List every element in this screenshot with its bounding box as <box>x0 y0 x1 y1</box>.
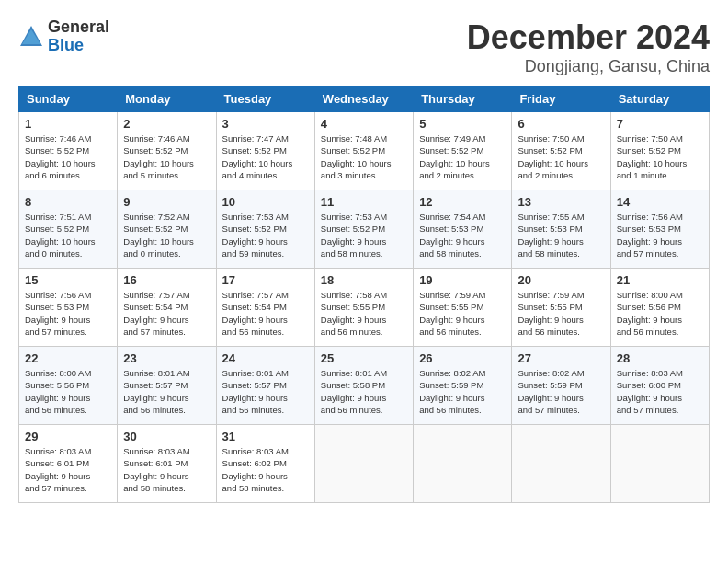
day-info: Sunrise: 7:49 AMSunset: 5:52 PMDaylight:… <box>419 132 506 181</box>
calendar-cell: 2Sunrise: 7:46 AMSunset: 5:52 PMDaylight… <box>118 112 216 190</box>
calendar-cell: 17Sunrise: 7:57 AMSunset: 5:54 PMDayligh… <box>216 269 314 347</box>
day-number: 31 <box>222 430 309 443</box>
svg-marker-1 <box>22 29 40 44</box>
day-info: Sunrise: 7:47 AMSunset: 5:52 PMDaylight:… <box>222 132 309 181</box>
calendar-cell: 16Sunrise: 7:57 AMSunset: 5:54 PMDayligh… <box>118 269 216 347</box>
calendar-cell: 24Sunrise: 8:01 AMSunset: 5:57 PMDayligh… <box>216 347 314 425</box>
day-info: Sunrise: 7:53 AMSunset: 5:52 PMDaylight:… <box>321 211 407 259</box>
logo-icon <box>18 24 44 50</box>
calendar-cell: 18Sunrise: 7:58 AMSunset: 5:55 PMDayligh… <box>314 269 413 347</box>
title-area: December 2024 Dongjiang, Gansu, China <box>467 18 710 76</box>
day-info: Sunrise: 7:56 AMSunset: 5:53 PMDaylight:… <box>25 289 111 338</box>
day-info: Sunrise: 8:01 AMSunset: 5:58 PMDaylight:… <box>321 367 407 416</box>
day-number: 10 <box>222 195 309 209</box>
weekday-header-sunday: Sunday <box>19 86 118 112</box>
calendar-cell: 9Sunrise: 7:52 AMSunset: 5:52 PMDaylight… <box>118 190 216 269</box>
month-title: December 2024 <box>467 18 710 57</box>
logo: General Blue <box>18 18 109 55</box>
logo-blue-label: Blue <box>48 37 109 55</box>
header: General Blue December 2024 Dongjiang, Ga… <box>18 18 710 76</box>
day-info: Sunrise: 7:58 AMSunset: 5:55 PMDaylight:… <box>321 289 407 338</box>
day-info: Sunrise: 7:50 AMSunset: 5:52 PMDaylight:… <box>617 132 703 181</box>
calendar-cell: 6Sunrise: 7:50 AMSunset: 5:52 PMDaylight… <box>512 112 610 190</box>
week-row-3: 15Sunrise: 7:56 AMSunset: 5:53 PMDayligh… <box>19 269 710 347</box>
day-info: Sunrise: 7:52 AMSunset: 5:52 PMDaylight:… <box>123 211 210 259</box>
day-info: Sunrise: 7:50 AMSunset: 5:52 PMDaylight:… <box>518 132 604 181</box>
weekday-header-saturday: Saturday <box>610 86 709 112</box>
day-info: Sunrise: 8:01 AMSunset: 5:57 PMDaylight:… <box>123 367 210 416</box>
day-number: 14 <box>617 195 703 209</box>
day-number: 16 <box>123 273 210 287</box>
calendar-cell: 11Sunrise: 7:53 AMSunset: 5:52 PMDayligh… <box>314 190 413 269</box>
day-info: Sunrise: 7:54 AMSunset: 5:53 PMDaylight:… <box>419 211 506 259</box>
weekday-header-friday: Friday <box>512 86 610 112</box>
day-number: 25 <box>321 351 407 365</box>
calendar-cell: 27Sunrise: 8:02 AMSunset: 5:59 PMDayligh… <box>512 347 610 425</box>
day-number: 23 <box>123 351 210 365</box>
day-info: Sunrise: 8:01 AMSunset: 5:57 PMDaylight:… <box>222 367 309 416</box>
day-number: 5 <box>419 117 506 131</box>
calendar-body: 1Sunrise: 7:46 AMSunset: 5:52 PMDaylight… <box>19 112 710 503</box>
day-number: 22 <box>25 351 111 365</box>
day-info: Sunrise: 7:55 AMSunset: 5:53 PMDaylight:… <box>518 211 604 259</box>
calendar-cell: 28Sunrise: 8:03 AMSunset: 6:00 PMDayligh… <box>610 347 709 425</box>
calendar-cell: 15Sunrise: 7:56 AMSunset: 5:53 PMDayligh… <box>19 269 118 347</box>
day-info: Sunrise: 7:53 AMSunset: 5:52 PMDaylight:… <box>222 211 309 259</box>
day-info: Sunrise: 8:03 AMSunset: 6:02 PMDaylight:… <box>222 445 309 494</box>
calendar-cell <box>314 425 413 503</box>
day-number: 19 <box>419 273 506 287</box>
day-number: 20 <box>518 273 604 287</box>
day-info: Sunrise: 8:00 AMSunset: 5:56 PMDaylight:… <box>617 289 703 338</box>
day-info: Sunrise: 8:03 AMSunset: 6:00 PMDaylight:… <box>617 367 703 416</box>
day-info: Sunrise: 7:57 AMSunset: 5:54 PMDaylight:… <box>222 289 309 338</box>
day-number: 7 <box>617 117 703 131</box>
calendar-cell: 26Sunrise: 8:02 AMSunset: 5:59 PMDayligh… <box>414 347 512 425</box>
day-number: 27 <box>518 351 604 365</box>
day-number: 24 <box>222 351 309 365</box>
calendar-cell: 21Sunrise: 8:00 AMSunset: 5:56 PMDayligh… <box>610 269 709 347</box>
day-number: 18 <box>321 273 407 287</box>
day-info: Sunrise: 7:59 AMSunset: 5:55 PMDaylight:… <box>419 289 506 338</box>
day-number: 4 <box>321 117 407 131</box>
day-info: Sunrise: 8:03 AMSunset: 6:01 PMDaylight:… <box>123 445 210 494</box>
day-number: 1 <box>25 117 111 131</box>
calendar-cell: 1Sunrise: 7:46 AMSunset: 5:52 PMDaylight… <box>19 112 118 190</box>
location-title: Dongjiang, Gansu, China <box>467 57 710 76</box>
day-number: 28 <box>617 351 703 365</box>
day-info: Sunrise: 7:46 AMSunset: 5:52 PMDaylight:… <box>25 132 111 181</box>
day-number: 29 <box>25 430 111 443</box>
weekday-header-monday: Monday <box>118 86 216 112</box>
day-info: Sunrise: 7:48 AMSunset: 5:52 PMDaylight:… <box>321 132 407 181</box>
day-info: Sunrise: 8:03 AMSunset: 6:01 PMDaylight:… <box>25 445 111 494</box>
calendar-cell: 30Sunrise: 8:03 AMSunset: 6:01 PMDayligh… <box>118 425 216 503</box>
day-number: 8 <box>25 195 111 209</box>
week-row-2: 8Sunrise: 7:51 AMSunset: 5:52 PMDaylight… <box>19 190 710 269</box>
day-number: 2 <box>123 117 210 131</box>
calendar-cell: 25Sunrise: 8:01 AMSunset: 5:58 PMDayligh… <box>314 347 413 425</box>
calendar-cell: 31Sunrise: 8:03 AMSunset: 6:02 PMDayligh… <box>216 425 314 503</box>
day-number: 3 <box>222 117 309 131</box>
weekday-header-row: SundayMondayTuesdayWednesdayThursdayFrid… <box>19 86 710 112</box>
day-number: 15 <box>25 273 111 287</box>
day-info: Sunrise: 8:02 AMSunset: 5:59 PMDaylight:… <box>419 367 506 416</box>
calendar-cell: 29Sunrise: 8:03 AMSunset: 6:01 PMDayligh… <box>19 425 118 503</box>
day-info: Sunrise: 7:57 AMSunset: 5:54 PMDaylight:… <box>123 289 210 338</box>
weekday-header-thursday: Thursday <box>414 86 512 112</box>
day-number: 6 <box>518 117 604 131</box>
calendar-cell: 3Sunrise: 7:47 AMSunset: 5:52 PMDaylight… <box>216 112 314 190</box>
logo-text: General Blue <box>48 18 109 55</box>
day-number: 17 <box>222 273 309 287</box>
day-number: 26 <box>419 351 506 365</box>
calendar-cell: 13Sunrise: 7:55 AMSunset: 5:53 PMDayligh… <box>512 190 610 269</box>
day-info: Sunrise: 7:46 AMSunset: 5:52 PMDaylight:… <box>123 132 210 181</box>
day-info: Sunrise: 7:51 AMSunset: 5:52 PMDaylight:… <box>25 211 111 259</box>
day-number: 30 <box>123 430 210 443</box>
calendar-cell <box>512 425 610 503</box>
calendar-cell: 20Sunrise: 7:59 AMSunset: 5:55 PMDayligh… <box>512 269 610 347</box>
calendar-cell <box>610 425 709 503</box>
week-row-4: 22Sunrise: 8:00 AMSunset: 5:56 PMDayligh… <box>19 347 710 425</box>
weekday-header-wednesday: Wednesday <box>314 86 413 112</box>
calendar-cell: 4Sunrise: 7:48 AMSunset: 5:52 PMDaylight… <box>314 112 413 190</box>
calendar-cell: 12Sunrise: 7:54 AMSunset: 5:53 PMDayligh… <box>414 190 512 269</box>
day-info: Sunrise: 7:59 AMSunset: 5:55 PMDaylight:… <box>518 289 604 338</box>
